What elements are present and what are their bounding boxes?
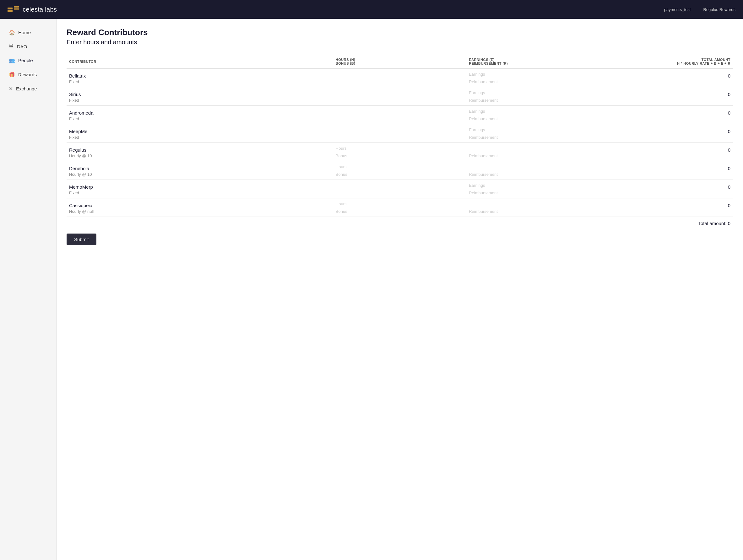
col-hours-bonus: HOURS (H)BONUS (B) <box>333 55 466 69</box>
svg-rect-2 <box>14 6 19 7</box>
app-header: celesta labs payments_test Regulus Rewar… <box>0 0 743 19</box>
table-row: RegulusHours0 <box>67 143 733 153</box>
table-row-type: FixedReimbursement <box>67 116 733 124</box>
logo: celesta labs <box>7 5 57 14</box>
table-row: AndromedaEarnings0 <box>67 106 733 116</box>
table-row: MemoMerpEarnings0 <box>67 180 733 190</box>
sidebar-item-rewards[interactable]: 🎁 Rewards <box>2 68 54 81</box>
table-row-type: Hourly @ 10BonusReimbursement <box>67 171 733 180</box>
rewards-icon: 🎁 <box>9 72 15 78</box>
table-row-type: FixedReimbursement <box>67 134 733 143</box>
app-layout: 🏠 Home 🏛 DAO 👥 People 🎁 Rewards ✕ Exchan… <box>0 19 743 560</box>
contributors-table: CONTRIBUTOR HOURS (H)BONUS (B) EARNINGS … <box>67 55 733 217</box>
sidebar-item-dao-label: DAO <box>17 44 27 49</box>
table-row-type: FixedReimbursement <box>67 190 733 198</box>
people-icon: 👥 <box>9 57 15 63</box>
sidebar-item-people[interactable]: 👥 People <box>2 54 54 67</box>
sidebar-item-home-label: Home <box>18 30 31 35</box>
submit-button[interactable]: Submit <box>67 234 96 245</box>
contributor-name: Bellatrix <box>67 69 333 79</box>
table-row: DenebolaHours0 <box>67 161 733 172</box>
col-total-amount: TOTAL AMOUNTH * HOURLY RATE + B + E + R <box>600 55 733 69</box>
total-label: Total amount: 0 <box>698 221 731 226</box>
table-row-type: FixedReimbursement <box>67 79 733 87</box>
sidebar-item-exchange[interactable]: ✕ Exchange <box>2 82 54 95</box>
page-title: Reward Contributors <box>67 28 733 37</box>
logo-icon <box>7 5 19 14</box>
table-row: BellatrixEarnings0 <box>67 69 733 79</box>
contributor-name: Andromeda <box>67 106 333 116</box>
sidebar: 🏠 Home 🏛 DAO 👥 People 🎁 Rewards ✕ Exchan… <box>0 19 56 560</box>
svg-rect-0 <box>7 7 12 9</box>
contributor-name: Denebola <box>67 161 333 172</box>
col-earnings-reimbursement: EARNINGS (E)REIMBURSEMENT (R) <box>466 55 600 69</box>
contributor-name: MeepMe <box>67 124 333 135</box>
main-content: Reward Contributors Enter hours and amou… <box>56 19 743 560</box>
table-row-type: Hourly @ nullBonusReimbursement <box>67 208 733 217</box>
contributor-name: Sirius <box>67 87 333 98</box>
sidebar-item-exchange-label: Exchange <box>16 86 37 91</box>
logo-text: celesta labs <box>23 6 57 13</box>
col-contributor: CONTRIBUTOR <box>67 55 333 69</box>
contributor-name: MemoMerp <box>67 180 333 190</box>
table-row: MeepMeEarnings0 <box>67 124 733 135</box>
contributor-name: Cassiopeia <box>67 198 333 209</box>
dao-icon: 🏛 <box>9 44 14 49</box>
table-row: SiriusEarnings0 <box>67 87 733 98</box>
svg-rect-1 <box>7 10 12 12</box>
home-icon: 🏠 <box>9 30 15 36</box>
sidebar-item-dao[interactable]: 🏛 DAO <box>2 40 54 53</box>
sidebar-item-rewards-label: Rewards <box>18 72 37 77</box>
contributor-name: Regulus <box>67 143 333 153</box>
table-row-type: FixedReimbursement <box>67 97 733 106</box>
sidebar-item-people-label: People <box>18 58 33 63</box>
exchange-icon: ✕ <box>9 86 13 92</box>
sidebar-item-home[interactable]: 🏠 Home <box>2 26 54 39</box>
svg-rect-3 <box>14 8 19 10</box>
table-header-row: CONTRIBUTOR HOURS (H)BONUS (B) EARNINGS … <box>67 55 733 69</box>
total-row: Total amount: 0 <box>67 221 733 226</box>
table-row: CassiopeiaHours0 <box>67 198 733 209</box>
table-row-type: Hourly @ 10BonusReimbursement <box>67 153 733 161</box>
tag-payments: payments_test <box>664 7 691 12</box>
header-tags: payments_test Regulus Rewards <box>664 0 736 19</box>
page-subtitle: Enter hours and amounts <box>67 39 733 46</box>
tag-rewards: Regulus Rewards <box>703 7 736 12</box>
